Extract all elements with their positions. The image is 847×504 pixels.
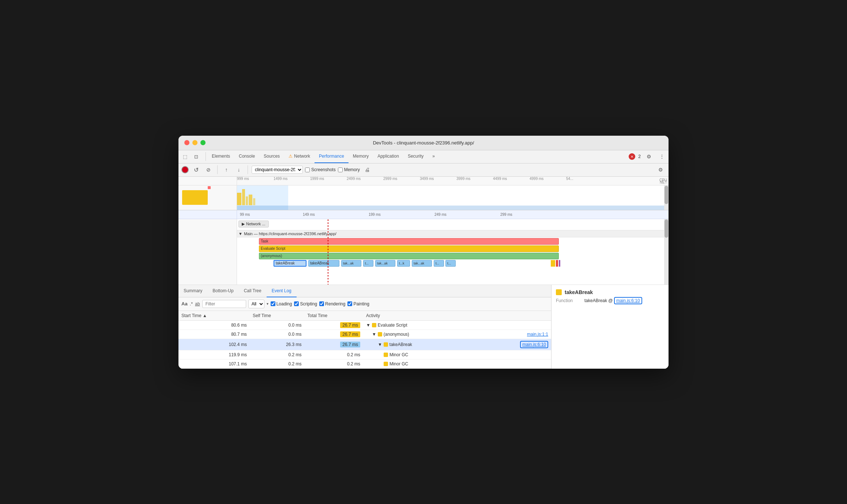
scripting-checkbox[interactable] [294,301,299,306]
rendering-checkbox[interactable] [319,301,324,306]
tab-network[interactable]: ⚠ Network [284,150,315,163]
more-btn[interactable]: ⋮ [657,151,667,162]
titlebar: DevTools - clinquant-mousse-2f2396.netli… [178,136,669,150]
rendering-checkbox-label[interactable]: Rendering [319,301,345,306]
table-row[interactable]: 80.6 ms 0.0 ms 26.7 ms ▼ Evaluate S [178,320,551,330]
clear-button[interactable]: ⊘ [203,165,214,175]
memory-checkbox-label[interactable]: Memory [338,167,360,172]
activity-icon [384,362,388,366]
table-row-selected[interactable]: 102.4 ms 26.3 ms 26.7 ms ▼ takeABre [178,339,551,350]
tab-application[interactable]: Application [373,150,403,163]
tab-console[interactable]: Console [234,150,259,163]
flame-scrollbar-thumb[interactable] [665,219,668,238]
task-bar[interactable]: Task [259,238,559,245]
close-button[interactable] [184,140,189,145]
upload-button[interactable]: ↑ [221,165,231,175]
take-a-break-7[interactable]: tak...ak [412,260,432,267]
more-performance-settings[interactable]: 🖨 [362,165,372,175]
take-a-break-2[interactable]: takeABreak [308,260,339,267]
take-a-break-selected[interactable]: takeABreak [274,260,306,267]
self-time-cell: 0.2 ms [250,350,305,359]
take-a-break-4[interactable]: t... [363,260,373,267]
tab-more[interactable]: » [428,150,439,163]
total-time-cell: 26.7 ms [305,339,363,350]
screenshots-checkbox[interactable] [305,168,310,172]
device-icon[interactable]: ⊡ [191,151,201,162]
inspect-icon[interactable]: ⬚ [180,151,190,162]
record-button[interactable] [181,166,189,173]
scrollbar-thumb[interactable] [665,186,668,204]
network-badge[interactable]: ▶ Network ... [238,221,269,227]
window-title: DevTools - clinquant-mousse-2f2396.netli… [373,140,474,146]
memory-checkbox[interactable] [338,168,343,172]
tab-memory[interactable]: Memory [349,150,373,163]
anonymous-bar[interactable]: (anonymous) [259,253,559,259]
take-a-break-3[interactable]: tak...ak [341,260,361,267]
case-sensitive-icon[interactable]: ab [195,301,200,306]
settings-btn[interactable]: ⚙ [644,151,654,162]
table-row[interactable]: 107.1 ms 0.2 ms 0.2 ms Minor GC [178,359,551,368]
main-thread-label: ▼ Main — https://clinquant-mousse-2f2396… [237,230,669,237]
reload-button[interactable]: ↺ [191,165,201,175]
tab-elements[interactable]: Elements [207,150,234,163]
flame-chart: ▶ Network ... ▼ Main — https://clinquant… [178,219,669,285]
painting-checkbox[interactable] [347,301,352,306]
regex-icon[interactable]: .* [190,301,193,306]
filter-all-select[interactable]: All [248,300,264,308]
evaluate-script-bar[interactable]: Evaluate Script [259,245,559,252]
timeline-ruler-top: 999 ms 1499 ms 1999 ms 2499 ms 2999 ms 3… [237,177,669,185]
detail-source-link[interactable]: main.js:6:10 [614,297,642,304]
scripting-checkbox-label[interactable]: Scripting [294,301,317,306]
maximize-button[interactable] [200,140,206,145]
take-a-break-8[interactable]: t... [434,260,444,267]
toolbar-divider [217,165,218,174]
take-a-break-6[interactable]: t...k [397,260,410,267]
url-dropdown[interactable]: clinquant-mousse-2f239... [252,166,303,174]
red-block [556,260,558,267]
table-row[interactable]: 80.7 ms 0.0 ms 26.7 ms ▼ (anonymous [178,330,551,339]
filter-input[interactable] [202,300,246,308]
tab-performance[interactable]: Performance [315,150,349,163]
activity-icon [384,353,388,357]
col-total-time[interactable]: Total Time [305,311,363,321]
tab-call-tree[interactable]: Call Tree [239,285,267,297]
cpu-chart [237,185,669,210]
activity-cell: ▼ takeABreak main.js:6:10 [363,339,551,350]
loading-checkbox-label[interactable]: Loading [271,301,292,306]
take-a-break-9[interactable]: t... [445,260,456,267]
screenshots-checkbox-label[interactable]: Screenshots [305,167,336,172]
ruler-mark: 3999 ms [456,177,470,181]
table-header-row: Start Time ▲ Self Time Total Time [178,311,551,321]
loading-checkbox[interactable] [271,301,275,306]
start-time-cell: 107.1 ms [178,359,250,368]
timeline-scrollbar[interactable] [664,185,669,210]
cpu-net-graph [178,185,669,210]
network-label: Network ... [246,222,266,226]
source-link[interactable]: main.js:1:1 [527,332,548,337]
ruler-mark: 4499 ms [493,177,507,181]
tab-summary[interactable]: Summary [178,285,207,297]
table-row[interactable]: 119.9 ms 0.2 ms 0.2 ms Minor GC [178,350,551,359]
source-link-circled[interactable]: main.js:6:10 [520,341,548,348]
col-self-time[interactable]: Self Time [250,311,305,321]
text-size-icon[interactable]: Aa [181,301,188,306]
ruler-mark: 4999 ms [530,177,543,181]
cpu-left [178,185,237,210]
col-activity[interactable]: Activity [363,311,551,321]
painting-checkbox-label[interactable]: Painting [347,301,369,306]
flame-scrollbar[interactable] [664,219,669,285]
minimize-button[interactable] [192,140,197,145]
total-time-cell: 26.7 ms [305,330,363,339]
take-a-break-5[interactable]: tak...ak [375,260,395,267]
perf-settings-btn[interactable]: ⚙ [655,165,666,175]
ruler-zoomed-99: 99 ms [240,212,250,217]
tab-security[interactable]: Security [403,150,428,163]
tab-event-log[interactable]: Event Log [267,285,297,297]
download-button[interactable]: ↓ [234,165,244,175]
ruler-mark: 1499 ms [274,177,287,181]
tab-sources[interactable]: Sources [259,150,284,163]
tab-bottom-up[interactable]: Bottom-Up [207,285,238,297]
detail-function-row: Function takeABreak @ main.js:6:10 [556,298,664,303]
col-start-time[interactable]: Start Time ▲ [178,311,250,321]
timeline-top-section: 999 ms 1499 ms 1999 ms 2499 ms 2999 ms 3… [178,177,669,185]
